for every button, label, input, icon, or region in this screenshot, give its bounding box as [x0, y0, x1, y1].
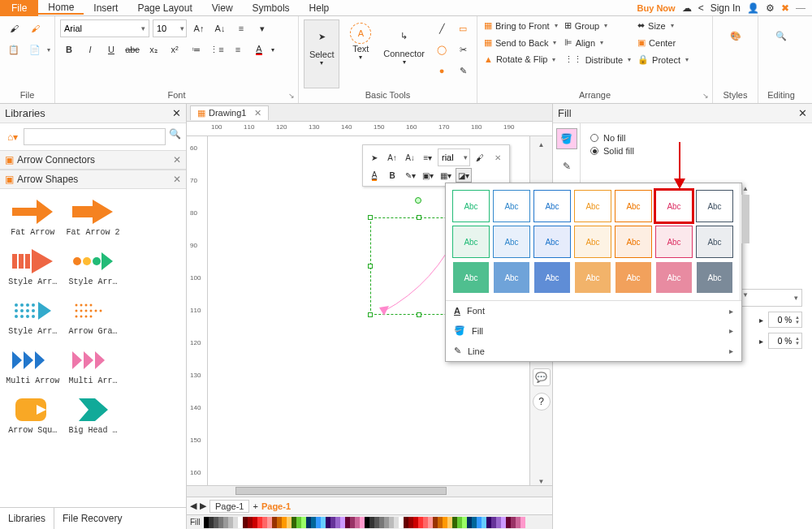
line-spacing-icon[interactable]: ≡ [232, 19, 250, 37]
style-swatch[interactable]: Abc [493, 226, 530, 258]
tab-libraries[interactable]: Libraries [0, 508, 54, 529]
dropdown-icon[interactable]: ▾ [47, 46, 50, 54]
align-icon[interactable]: ≡ [229, 41, 247, 58]
font-name-select[interactable]: ▾ [60, 19, 149, 37]
shape-item[interactable]: Style Arr… [3, 291, 62, 339]
underline-button[interactable]: U [102, 41, 120, 58]
shadow-icon[interactable]: ▦▾ [438, 168, 454, 183]
fill-menu-item[interactable]: 🪣Fill▸ [446, 320, 741, 341]
style-swatch[interactable]: Abc [655, 190, 693, 222]
gallery-scrollbar[interactable]: ▲ ▼ [740, 183, 741, 300]
styles-button[interactable]: 🎨 [718, 19, 753, 88]
fill-tab-icon[interactable]: 🪣 [556, 128, 577, 149]
rotate-flip-button[interactable]: ▲Rotate & Flip▾ [482, 54, 559, 65]
expand-icon[interactable]: ▸ [759, 337, 763, 346]
prev-page-icon[interactable]: ◀ [190, 501, 197, 511]
minimize-icon[interactable]: — [796, 2, 806, 14]
close-icon[interactable]: ✕ [798, 107, 807, 119]
file-menu[interactable]: File [0, 0, 38, 16]
style-swatch[interactable]: Abc [533, 190, 571, 222]
text-tool[interactable]: AText▾ [343, 19, 378, 88]
cloud-icon[interactable]: ☁ [682, 2, 692, 14]
italic-button[interactable]: I [81, 41, 99, 58]
page-tab[interactable]: Page-1 [209, 500, 249, 513]
style-swatch[interactable]: Abc [696, 261, 733, 294]
style-swatch[interactable]: Abc [696, 226, 733, 258]
user-icon[interactable]: 👤 [747, 2, 759, 14]
buy-now-link[interactable]: Buy Now [637, 3, 676, 13]
transparency-spinner[interactable]: ▲▼ [768, 312, 802, 328]
bring-to-front-button[interactable]: ▦Bring to Front▾ [482, 19, 559, 32]
edit-shape-icon[interactable]: ✎ [454, 62, 472, 80]
paste-icon[interactable]: 📋 [5, 41, 23, 58]
style-swatch[interactable]: Abc [493, 190, 530, 222]
style-swatch[interactable]: Abc [533, 261, 571, 294]
style-swatch[interactable]: Abc [615, 226, 652, 258]
shrink-font-icon[interactable]: A↓ [211, 19, 229, 37]
category-arrow-connectors[interactable]: ▣Arrow Connectors✕ [0, 150, 186, 170]
shape-item[interactable]: Fat Arrow 2 [63, 192, 122, 240]
font-color-icon[interactable]: A [366, 168, 382, 183]
more-spacing-icon[interactable]: ▾ [253, 19, 271, 37]
add-page-icon[interactable]: + [253, 501, 257, 511]
select-tool[interactable]: ➤Select▾ [304, 19, 339, 88]
style-swatch[interactable]: Abc [452, 190, 490, 222]
library-search-input[interactable] [24, 128, 166, 145]
shape-item[interactable]: Big Head … [63, 390, 122, 438]
font-color-icon[interactable]: A [250, 41, 268, 58]
line-tab-icon[interactable]: ✎ [556, 156, 577, 177]
protect-button[interactable]: 🔒Protect▾ [636, 54, 690, 66]
brush-icon[interactable]: 🖌 [26, 19, 44, 37]
resize-handle[interactable] [417, 215, 421, 220]
category-arrow-shapes[interactable]: ▣Arrow Shapes✕ [0, 170, 186, 189]
style-swatch[interactable]: Abc [533, 226, 571, 258]
resize-handle[interactable] [368, 215, 373, 220]
style-swatch[interactable]: Abc [655, 226, 693, 258]
copy-icon[interactable]: 📄 [26, 41, 44, 58]
style-swatch[interactable]: Abc [452, 261, 490, 294]
style-swatch[interactable]: Abc [655, 261, 693, 294]
home-icon[interactable]: ⌂▾ [5, 128, 20, 145]
superscript-button[interactable]: x² [166, 41, 184, 58]
align-button[interactable]: ⊫Align▾ [563, 37, 633, 49]
style-swatch[interactable]: Abc [615, 190, 652, 222]
close-icon[interactable]: ✕ [173, 174, 181, 185]
tab-help[interactable]: Help [300, 2, 339, 14]
size-button[interactable]: ⬌Size▾ [636, 19, 690, 32]
scroll-down-icon[interactable]: ▼ [538, 478, 545, 485]
numbering-icon[interactable]: ⋮≡ [208, 41, 226, 58]
resize-handle[interactable] [368, 312, 373, 317]
tab-page-layout[interactable]: Page Layout [127, 2, 201, 14]
bullets-icon[interactable]: ≔ [187, 41, 205, 58]
style-swatch[interactable]: Abc [452, 226, 490, 258]
font-size-select[interactable]: ▾ [153, 19, 187, 37]
style-swatch[interactable]: Abc [696, 190, 733, 222]
share-icon[interactable]: < [698, 2, 704, 14]
grow-font-icon[interactable]: A↑ [384, 150, 400, 165]
oval-shape-icon[interactable]: ◯ [433, 41, 451, 58]
strike-button[interactable]: abc [123, 41, 141, 58]
rect-shape-icon[interactable]: ▭ [454, 19, 472, 37]
shape-item[interactable]: Multi Arr… [63, 341, 122, 389]
close-icon[interactable]: ✕ [254, 108, 261, 118]
subscript-button[interactable]: x₂ [145, 41, 162, 58]
style-swatch[interactable]: Abc [615, 261, 652, 294]
tab-insert[interactable]: Insert [84, 2, 127, 14]
circle-shape-icon[interactable]: ● [433, 62, 451, 80]
font-launcher-icon[interactable]: ↘ [288, 92, 295, 100]
line-color-icon[interactable]: ✎▾ [402, 168, 418, 183]
shape-item[interactable]: Arrow Squ… [3, 390, 62, 438]
tab-symbols[interactable]: Symbols [243, 2, 300, 14]
bold-button[interactable]: B [60, 41, 78, 58]
dropdown-icon[interactable]: ▾ [271, 46, 274, 54]
line-menu-item[interactable]: ✎Line▸ [446, 341, 741, 361]
document-tab[interactable]: ▦Drawing1✕ [190, 105, 269, 120]
style-swatch[interactable]: Abc [574, 190, 611, 222]
close-icon[interactable]: ✕ [490, 150, 506, 165]
shape-item[interactable]: Style Arr… [3, 242, 62, 290]
group-button[interactable]: ⊞Group▾ [563, 19, 633, 32]
font-mini-select[interactable]: ▾ [438, 148, 470, 166]
style-swatch[interactable]: Abc [574, 261, 611, 294]
next-page-icon[interactable]: ▶ [200, 501, 206, 511]
transparency-spinner[interactable]: ▲▼ [768, 333, 802, 349]
